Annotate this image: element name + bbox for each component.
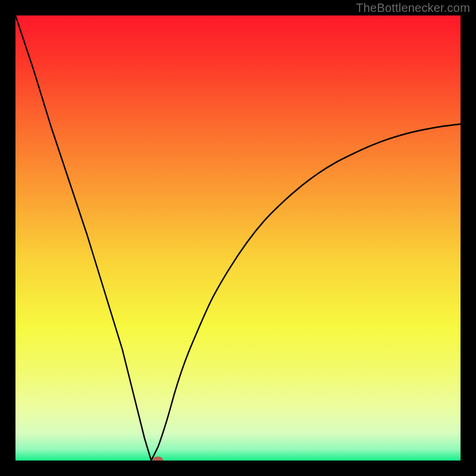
bottleneck-chart — [15, 15, 461, 461]
gradient-background — [15, 15, 461, 461]
chart-container: TheBottlenecker.com — [0, 0, 476, 476]
plot-area — [15, 15, 461, 461]
attribution-text: TheBottlenecker.com — [356, 1, 470, 15]
